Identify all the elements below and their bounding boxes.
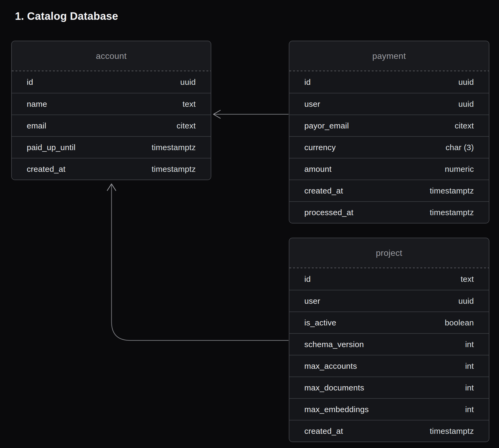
column-row[interactable]: created_at timestamptz xyxy=(289,420,489,442)
column-row[interactable]: created_at timestamptz xyxy=(12,158,211,180)
column-type: uuid xyxy=(180,78,196,87)
column-type: char (3) xyxy=(446,143,474,152)
table-title: payment xyxy=(372,51,406,61)
column-row[interactable]: id text xyxy=(289,268,489,290)
column-type: timestamptz xyxy=(152,165,196,174)
column-type: text xyxy=(182,100,196,109)
column-type: int xyxy=(465,362,474,371)
column-row[interactable]: payor_email citext xyxy=(289,115,489,136)
column-name: max_accounts xyxy=(304,362,357,371)
column-type: timestamptz xyxy=(430,427,474,436)
table-title: account xyxy=(96,51,127,61)
column-type: numeric xyxy=(445,165,474,174)
table-header-payment[interactable]: payment xyxy=(289,41,489,71)
column-type: citext xyxy=(176,121,196,130)
column-type: uuid xyxy=(458,297,474,306)
column-row[interactable]: amount numeric xyxy=(289,158,489,180)
table-account[interactable]: account id uuid name text email citext p… xyxy=(11,41,211,180)
column-type: timestamptz xyxy=(152,143,196,152)
column-row[interactable]: is_active boolean xyxy=(289,312,489,333)
column-row[interactable]: currency char (3) xyxy=(289,136,489,158)
column-type: timestamptz xyxy=(430,186,474,195)
column-name: email xyxy=(27,121,46,130)
column-name: is_active xyxy=(304,318,336,327)
column-row[interactable]: schema_version int xyxy=(289,333,489,355)
column-name: processed_at xyxy=(304,208,354,217)
column-type: int xyxy=(465,340,474,349)
column-list: id uuid user uuid payor_email citext cur… xyxy=(289,71,489,223)
column-row[interactable]: max_documents int xyxy=(289,377,489,398)
column-row[interactable]: user uuid xyxy=(289,290,489,312)
column-name: amount xyxy=(304,165,332,174)
column-type: timestamptz xyxy=(430,208,474,217)
column-list: id uuid name text email citext paid_up_u… xyxy=(12,71,211,180)
column-list: id text user uuid is_active boolean sche… xyxy=(289,268,489,442)
column-name: max_embeddings xyxy=(304,405,369,414)
column-row[interactable]: paid_up_until timestamptz xyxy=(12,136,211,158)
column-row[interactable]: processed_at timestamptz xyxy=(289,201,489,223)
column-row[interactable]: max_embeddings int xyxy=(289,398,489,420)
arrowhead-left-icon xyxy=(213,110,220,118)
table-header-project[interactable]: project xyxy=(289,238,489,268)
arrowhead-up-icon xyxy=(107,184,116,191)
column-name: created_at xyxy=(304,186,343,195)
column-name: currency xyxy=(304,143,336,152)
column-name: max_documents xyxy=(304,383,364,392)
column-name: user xyxy=(304,297,320,306)
column-name: created_at xyxy=(304,427,343,436)
column-type: citext xyxy=(455,121,474,130)
column-row[interactable]: email citext xyxy=(12,115,211,136)
column-name: user xyxy=(304,100,320,109)
column-row[interactable]: name text xyxy=(12,93,211,115)
connector-line xyxy=(112,185,288,340)
connector-project-account[interactable] xyxy=(107,184,288,340)
column-name: schema_version xyxy=(304,340,364,349)
column-row[interactable]: id uuid xyxy=(12,71,211,93)
column-row[interactable]: created_at timestamptz xyxy=(289,180,489,201)
table-payment[interactable]: payment id uuid user uuid payor_email ci… xyxy=(289,41,489,223)
column-row[interactable]: id uuid xyxy=(289,71,489,93)
table-project[interactable]: project id text user uuid is_active bool… xyxy=(289,238,489,442)
column-type: boolean xyxy=(445,318,474,327)
column-name: id xyxy=(304,78,311,87)
column-type: uuid xyxy=(458,100,474,109)
column-type: uuid xyxy=(458,78,474,87)
column-name: created_at xyxy=(27,165,66,174)
column-name: paid_up_until xyxy=(27,143,75,152)
column-type: int xyxy=(465,383,474,392)
column-row[interactable]: user uuid xyxy=(289,93,489,115)
column-name: id xyxy=(304,275,311,284)
column-type: text xyxy=(460,275,474,284)
column-name: name xyxy=(27,100,47,109)
table-title: project xyxy=(376,248,402,258)
erd-canvas: 1. Catalog Database account id uuid name… xyxy=(0,0,499,448)
page-title: 1. Catalog Database xyxy=(15,10,118,22)
column-name: payor_email xyxy=(304,121,349,130)
column-row[interactable]: max_accounts int xyxy=(289,355,489,377)
column-type: int xyxy=(465,405,474,414)
column-name: id xyxy=(27,78,33,87)
table-header-account[interactable]: account xyxy=(12,41,211,71)
connector-payment-account[interactable] xyxy=(213,110,288,118)
